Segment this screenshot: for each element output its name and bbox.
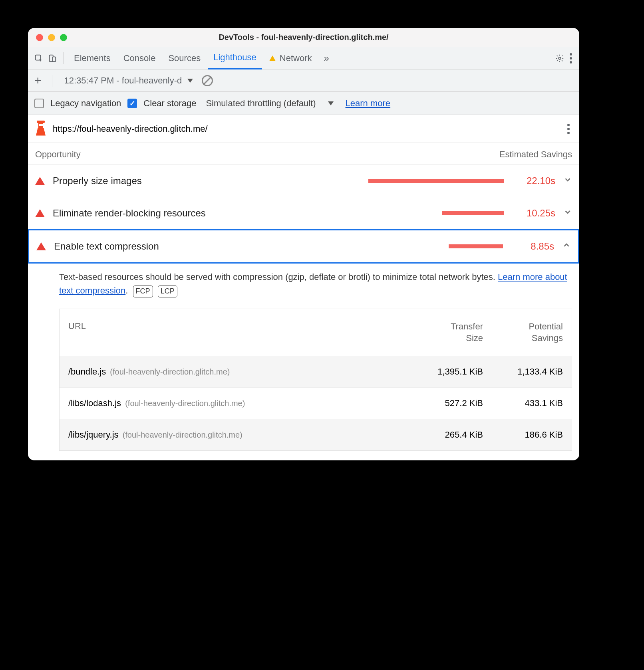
cell-url: /libs/lodash.js (foul-heavenly-direction… xyxy=(60,388,412,419)
new-report-button[interactable]: + xyxy=(33,74,43,87)
lighthouse-settings-bar: Legacy navigation ✓ Clear storage Simula… xyxy=(28,92,579,115)
savings-bar xyxy=(368,179,504,183)
lighthouse-logo-icon xyxy=(35,122,46,136)
chevron-down-icon xyxy=(563,208,572,219)
report-selector-label: 12:35:47 PM - foul-heavenly-d xyxy=(64,75,182,86)
chevron-down-icon xyxy=(563,175,572,186)
opportunity-row[interactable]: Eliminate render-blocking resources 10.2… xyxy=(28,197,579,230)
savings-value: 10.25s xyxy=(515,208,555,219)
savings-bar-track xyxy=(229,179,507,183)
cell-potential-savings: 1,133.4 KiB xyxy=(492,356,572,387)
opportunity-row[interactable]: Properly size images 22.10s xyxy=(28,165,579,197)
fail-indicator-icon xyxy=(35,209,45,217)
devtools-menu-button[interactable] xyxy=(567,51,574,66)
savings-column-header: Estimated Savings xyxy=(499,149,572,160)
tab-lighthouse[interactable]: Lighthouse xyxy=(208,47,262,69)
resource-origin: (foul-heavenly-direction.glitch.me) xyxy=(123,430,242,439)
svg-rect-2 xyxy=(52,57,56,61)
opportunity-description: Text-based resources should be served wi… xyxy=(28,263,579,305)
legacy-nav-checkbox[interactable] xyxy=(34,99,44,108)
chevron-up-icon xyxy=(562,241,571,252)
zoom-window-button[interactable] xyxy=(60,34,67,41)
resource-origin: (foul-heavenly-direction.glitch.me) xyxy=(110,367,230,376)
inspect-element-icon[interactable] xyxy=(33,52,45,64)
throttling-dropdown-icon[interactable] xyxy=(328,101,334,105)
table-header-row: URL Transfer Size Potential Savings xyxy=(60,309,572,356)
savings-value: 22.10s xyxy=(515,175,555,186)
legacy-nav-label: Legacy navigation xyxy=(50,98,121,109)
window-controls xyxy=(36,34,67,41)
description-text: Text-based resources should be served wi… xyxy=(59,272,498,282)
opportunities-header: Opportunity Estimated Savings xyxy=(28,143,579,165)
opportunity-label: Properly size images xyxy=(53,175,221,186)
cell-transfer-size: 1,395.1 KiB xyxy=(412,356,492,387)
savings-bar-track xyxy=(229,211,507,215)
devtools-tabstrip: Elements Console Sources Lighthouse Netw… xyxy=(28,47,579,69)
settings-learn-more-link[interactable]: Learn more xyxy=(346,98,391,109)
resource-path: /libs/lodash.js xyxy=(68,398,121,408)
more-tabs-button[interactable]: » xyxy=(319,53,334,64)
opportunity-label: Eliminate render-blocking resources xyxy=(53,208,221,219)
tab-network[interactable]: Network xyxy=(264,47,318,69)
tab-network-label: Network xyxy=(280,53,312,63)
tab-console[interactable]: Console xyxy=(118,47,161,69)
opportunity-column-header: Opportunity xyxy=(35,149,81,160)
clear-storage-checkbox[interactable]: ✓ xyxy=(127,99,137,108)
devtools-window: DevTools - foul-heavenly-direction.glitc… xyxy=(28,28,579,460)
savings-value: 8.85s xyxy=(514,241,554,252)
col-potential-savings-header: Potential Savings xyxy=(492,309,572,356)
throttling-label: Simulated throttling (default) xyxy=(206,98,316,109)
resources-table: URL Transfer Size Potential Savings /bun… xyxy=(59,309,572,451)
report-selector[interactable]: 12:35:47 PM - foul-heavenly-d xyxy=(61,74,197,87)
warning-icon xyxy=(269,56,276,61)
clear-report-button[interactable] xyxy=(202,75,213,86)
cell-potential-savings: 186.6 KiB xyxy=(492,419,572,450)
resource-origin: (foul-heavenly-direction.glitch.me) xyxy=(125,399,245,408)
metric-pill-lcp: LCP xyxy=(158,285,177,297)
cell-transfer-size: 265.4 KiB xyxy=(412,419,492,450)
lighthouse-toolbar: + 12:35:47 PM - foul-heavenly-d xyxy=(28,69,579,92)
fail-indicator-icon xyxy=(36,242,46,250)
savings-bar xyxy=(449,244,503,248)
separator xyxy=(52,75,52,87)
svg-point-3 xyxy=(559,57,561,59)
opportunity-label: Enable text compression xyxy=(54,241,222,252)
resource-path: /bundle.js xyxy=(68,367,106,377)
tab-elements[interactable]: Elements xyxy=(68,47,116,69)
report-url-bar: https://foul-heavenly-direction.glitch.m… xyxy=(28,115,579,143)
cell-url: /bundle.js (foul-heavenly-direction.glit… xyxy=(60,356,412,387)
metric-pill-fcp: FCP xyxy=(133,285,153,297)
cell-potential-savings: 433.1 KiB xyxy=(492,388,572,419)
table-row: /libs/lodash.js (foul-heavenly-direction… xyxy=(60,387,572,419)
dropdown-icon xyxy=(187,79,193,83)
device-toolbar-icon[interactable] xyxy=(46,52,58,64)
separator xyxy=(63,52,64,64)
clear-storage-label: Clear storage xyxy=(143,98,196,109)
titlebar: DevTools - foul-heavenly-direction.glitc… xyxy=(28,28,579,47)
table-row: /bundle.js (foul-heavenly-direction.glit… xyxy=(60,356,572,387)
report-url: https://foul-heavenly-direction.glitch.m… xyxy=(53,124,208,134)
minimize-window-button[interactable] xyxy=(48,34,55,41)
cell-url: /libs/jquery.js (foul-heavenly-direction… xyxy=(60,419,412,450)
tab-sources[interactable]: Sources xyxy=(163,47,206,69)
settings-icon[interactable] xyxy=(554,52,566,64)
col-transfer-size-header: Transfer Size xyxy=(412,309,492,356)
opportunity-row-expanded[interactable]: Enable text compression 8.85s xyxy=(28,229,579,264)
table-row: /libs/jquery.js (foul-heavenly-direction… xyxy=(60,419,572,450)
close-window-button[interactable] xyxy=(36,34,43,41)
fail-indicator-icon xyxy=(35,177,45,185)
savings-bar xyxy=(442,211,504,215)
window-title: DevTools - foul-heavenly-direction.glitc… xyxy=(219,33,388,42)
col-url-header: URL xyxy=(60,309,412,356)
report-menu-button[interactable] xyxy=(565,121,572,137)
resource-path: /libs/jquery.js xyxy=(68,430,119,440)
cell-transfer-size: 527.2 KiB xyxy=(412,388,492,419)
savings-bar-track xyxy=(230,244,506,248)
